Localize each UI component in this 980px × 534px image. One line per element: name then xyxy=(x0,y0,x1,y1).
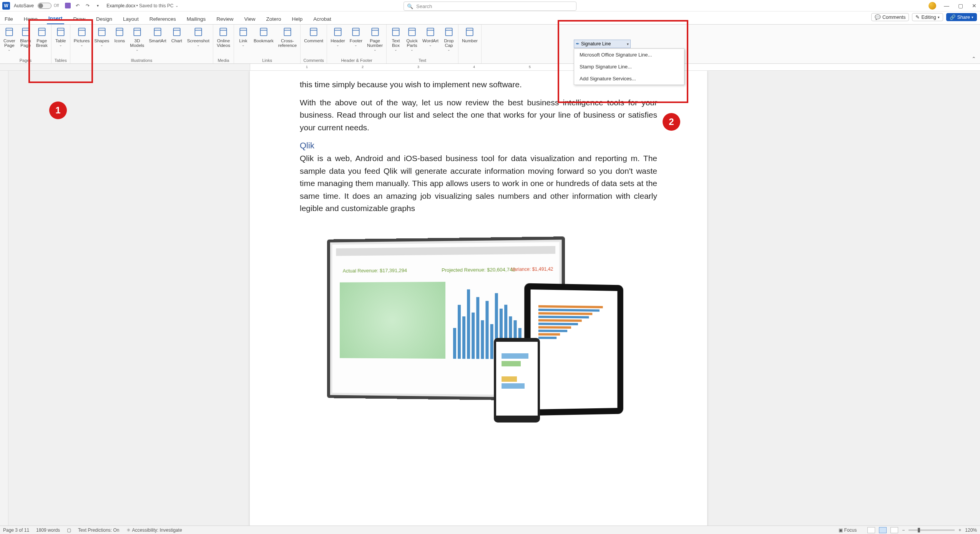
close-button[interactable]: ✕ xyxy=(971,2,978,9)
ribbon-group-pages: Cover Page⌄Blank PagePage BreakPages xyxy=(0,25,51,63)
save-button[interactable] xyxy=(64,2,71,9)
quick-parts-button[interactable]: Quick Parts⌄ xyxy=(404,25,420,52)
comment-button[interactable]: Comment xyxy=(302,25,325,44)
svg-rect-46 xyxy=(467,28,473,36)
tab-mailings[interactable]: Mailings xyxy=(185,14,208,24)
chevron-down-icon: ▾ xyxy=(627,42,629,46)
search-box[interactable]: 🔍 Search xyxy=(404,2,576,11)
svg-rect-22 xyxy=(220,28,227,36)
table-button[interactable]: Table⌄ xyxy=(53,25,68,48)
icons-button[interactable]: Icons xyxy=(112,25,127,44)
map-chart xyxy=(340,282,445,359)
maximize-button[interactable]: ▢ xyxy=(957,2,964,9)
read-mode-view[interactable] xyxy=(867,527,875,533)
tab-help[interactable]: Help xyxy=(291,14,304,24)
chevron-down-icon: ⌄ xyxy=(197,43,200,47)
pictures-button[interactable]: Pictures⌄ xyxy=(72,25,92,48)
link-button[interactable]: Link⌄ xyxy=(236,25,251,48)
title-bar: W AutoSave Off ↶ ↷ ▾ Example.docx • Save… xyxy=(0,0,980,12)
comments-button[interactable]: 💬 Comments xyxy=(871,13,909,21)
number-button[interactable]: Number xyxy=(460,25,480,44)
accessibility-check[interactable]: ⚛ Accessibility: Investigate xyxy=(126,527,182,533)
tab-layout[interactable]: Layout xyxy=(121,14,140,24)
button-label: Online Videos xyxy=(217,38,230,48)
chevron-down-icon: ⌄ xyxy=(136,48,139,52)
tab-acrobat[interactable]: Acrobat xyxy=(312,14,333,24)
text-predictions[interactable]: Text Predictions: On xyxy=(78,527,119,533)
smartart-button[interactable]: SmartArt xyxy=(147,25,168,44)
focus-mode[interactable]: ▣ Focus xyxy=(839,527,857,533)
menu-item-stamp-signature[interactable]: Stamp Signature Line... xyxy=(574,61,684,73)
wordart-icon xyxy=(425,26,436,38)
shapes-button[interactable]: Shapes⌄ xyxy=(92,25,111,48)
language-indicator[interactable]: ▢ xyxy=(67,527,71,533)
tab-home[interactable]: Home xyxy=(22,14,39,24)
page-number-button[interactable]: Page Number⌄ xyxy=(365,25,385,52)
print-layout-view[interactable] xyxy=(879,527,887,533)
page-break-button[interactable]: Page Break xyxy=(34,25,50,48)
web-layout-view[interactable] xyxy=(890,527,898,533)
minimize-button[interactable]: — xyxy=(943,2,950,9)
redo-button[interactable]: ↷ xyxy=(84,2,91,9)
group-label: Media xyxy=(215,58,232,63)
chevron-down-icon: ⌄ xyxy=(8,48,11,52)
tab-review[interactable]: Review xyxy=(215,14,235,24)
header-button[interactable]: Header⌄ xyxy=(329,25,347,48)
menu-item-ms-signature[interactable]: Microsoft Office Signature Line... xyxy=(574,49,684,61)
cross-reference-button[interactable]: Cross- reference xyxy=(276,25,299,48)
qat-customize[interactable]: ▾ xyxy=(94,2,101,9)
tab-draw[interactable]: Draw xyxy=(72,14,87,24)
wordart-button[interactable]: WordArt⌄ xyxy=(420,25,440,48)
user-avatar[interactable] xyxy=(929,2,936,10)
button-label: Shapes xyxy=(94,38,109,43)
chevron-down-icon: ⌄ xyxy=(429,43,432,47)
signature-line-button[interactable]: ✒ Signature Line ▾ xyxy=(574,40,631,48)
tab-design[interactable]: Design xyxy=(95,14,114,24)
drop-cap-icon xyxy=(443,26,455,38)
zoom-level[interactable]: 120% xyxy=(965,527,977,533)
document-filename[interactable]: Example.docx xyxy=(106,3,135,8)
footer-button[interactable]: Footer⌄ xyxy=(348,25,364,48)
zoom-in-button[interactable]: + xyxy=(958,527,961,533)
horizontal-ruler[interactable]: 123456 xyxy=(0,64,980,71)
inline-image-dashboard[interactable]: Actual Revenue: $17,391,294 Projected Re… xyxy=(317,238,640,438)
document-page[interactable]: this time simply because you wish to imp… xyxy=(250,71,707,526)
button-label: Chart xyxy=(171,38,182,43)
share-button[interactable]: 🔗 Share ▾ xyxy=(946,13,977,21)
cover-page-button[interactable]: Cover Page⌄ xyxy=(2,25,17,52)
tab-zotero[interactable]: Zotero xyxy=(265,14,283,24)
button-label: Page Number xyxy=(367,38,383,48)
ruler-number: 5 xyxy=(529,65,531,69)
editing-mode-button[interactable]: ✎ Editing ▾ xyxy=(912,13,943,21)
zoom-out-button[interactable]: − xyxy=(902,527,905,533)
chart-button[interactable]: Chart xyxy=(169,25,184,44)
online-videos-button[interactable]: Online Videos xyxy=(215,25,232,48)
drop-cap-button[interactable]: Drop Cap⌄ xyxy=(441,25,457,52)
undo-button[interactable]: ↶ xyxy=(74,2,81,9)
page-indicator[interactable]: Page 3 of 11 xyxy=(3,527,29,533)
cross-reference-icon xyxy=(282,26,293,38)
document-save-state[interactable]: • Saved to this PC xyxy=(136,3,174,8)
word-count[interactable]: 1809 words xyxy=(36,527,60,533)
3d-models-button[interactable]: 3D Models⌄ xyxy=(128,25,146,52)
vertical-ruler[interactable] xyxy=(0,71,8,526)
svg-rect-10 xyxy=(98,28,105,36)
chevron-down-icon: ⌄ xyxy=(354,43,357,47)
text-box-button[interactable]: Text Box⌄ xyxy=(388,25,404,52)
menu-item-add-signature-services[interactable]: Add Signature Services... xyxy=(574,73,684,85)
button-label: Cross- reference xyxy=(278,38,297,48)
tab-view[interactable]: View xyxy=(243,14,257,24)
zoom-slider[interactable] xyxy=(909,529,955,531)
svg-rect-18 xyxy=(173,28,180,36)
tab-insert[interactable]: Insert xyxy=(47,13,64,24)
collapse-ribbon-button[interactable]: ⌃ xyxy=(972,56,976,62)
tab-file[interactable]: File xyxy=(3,14,15,24)
signature-line-label: Signature Line xyxy=(581,41,611,47)
bookmark-button[interactable]: Bookmark xyxy=(252,25,276,44)
blank-page-button[interactable]: Blank Page xyxy=(18,25,33,48)
svg-rect-20 xyxy=(195,28,201,36)
save-state-caret[interactable]: ⌄ xyxy=(175,3,178,8)
autosave-toggle[interactable] xyxy=(38,3,51,9)
tab-references[interactable]: References xyxy=(148,14,178,24)
screenshot-button[interactable]: Screenshot⌄ xyxy=(185,25,211,48)
